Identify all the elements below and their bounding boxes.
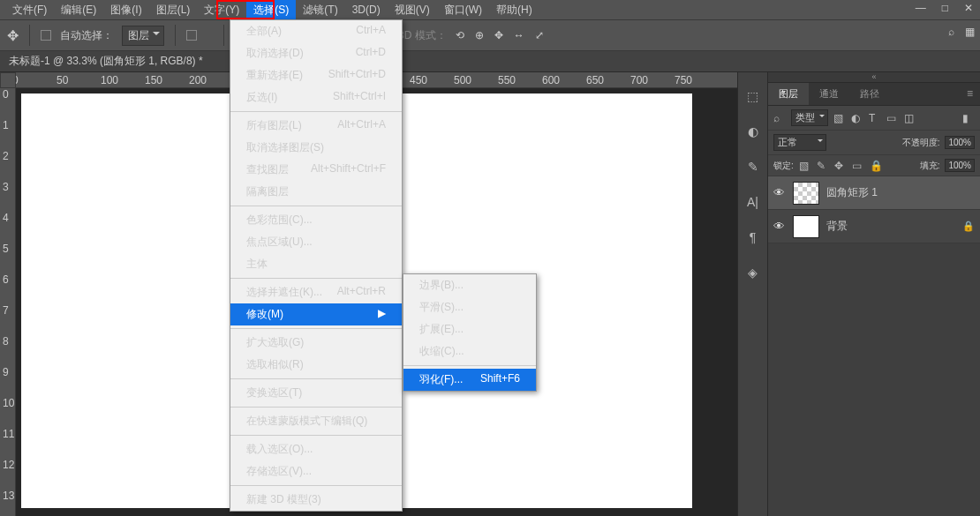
ruler-vertical[interactable]: 012345678910111213 bbox=[0, 88, 16, 516]
lock-brush-icon[interactable]: ✎ bbox=[817, 160, 829, 172]
tab-layers[interactable]: 图层 bbox=[768, 83, 809, 105]
orbit-icon[interactable]: ⟲ bbox=[456, 29, 464, 41]
menu-filter[interactable]: 滤镜(T) bbox=[296, 0, 344, 20]
blend-mode-select[interactable]: 正常 bbox=[773, 134, 826, 151]
menu-edit[interactable]: 编辑(E) bbox=[54, 0, 103, 20]
menu-item[interactable]: 全部(A)Ctrl+A bbox=[230, 20, 402, 42]
cube-icon[interactable]: ◈ bbox=[745, 265, 761, 280]
target-select[interactable]: 图层 bbox=[122, 26, 164, 46]
layer-thumb[interactable] bbox=[793, 215, 819, 238]
fill-value[interactable]: 100% bbox=[945, 159, 975, 172]
layer-thumb[interactable] bbox=[793, 182, 819, 205]
menu-item[interactable]: 焦点区域(U)... bbox=[230, 231, 402, 253]
lock-pixels-icon[interactable]: ▧ bbox=[799, 160, 811, 172]
menu-image[interactable]: 图像(I) bbox=[103, 0, 148, 20]
menu-item[interactable]: 载入选区(O)... bbox=[230, 438, 402, 460]
menu-item[interactable]: 反选(I)Shift+Ctrl+I bbox=[230, 86, 402, 108]
menu-item[interactable]: 主体 bbox=[230, 253, 402, 275]
filter-shape-icon[interactable]: ▭ bbox=[886, 112, 899, 124]
menu-item[interactable]: 取消选择(D)Ctrl+D bbox=[230, 42, 402, 64]
swatches-icon[interactable]: ◐ bbox=[745, 123, 761, 139]
right-dock: ⬚ ◐ ✎ A| ¶ ◈ « 图层 通道 路径 ≡ ⌕ 类型 ▧ ◐ T ▭ ◫ bbox=[737, 72, 980, 516]
maximize-icon[interactable]: □ bbox=[942, 2, 948, 14]
filter-adjust-icon[interactable]: ◐ bbox=[851, 112, 863, 124]
search-icon[interactable]: ⌕ bbox=[948, 26, 954, 38]
menu-item[interactable]: 查找图层Alt+Shift+Ctrl+F bbox=[230, 159, 402, 181]
menu-item[interactable]: 新建 3D 模型(3) bbox=[230, 489, 402, 511]
options-toolbar: ✥ 自动选择： 图层 ⊼ ≡ ⊻ ▏ ≡ ▕ ⋯ 3D 模式： ⟲ ⊕ ✥ ↔ … bbox=[0, 19, 980, 51]
brush-icon[interactable]: ✎ bbox=[745, 159, 761, 175]
dock-icons: ⬚ ◐ ✎ A| ¶ ◈ bbox=[738, 72, 768, 516]
menu-item[interactable]: 修改(M)▶ bbox=[230, 303, 402, 325]
layer-row[interactable]: 👁 背景 🔒 bbox=[768, 210, 980, 243]
select-menu-dropdown: 全部(A)Ctrl+A取消选择(D)Ctrl+D重新选择(E)Shift+Ctr… bbox=[230, 19, 403, 512]
menu-window[interactable]: 窗口(W) bbox=[437, 0, 489, 20]
visibility-icon[interactable]: 👁 bbox=[773, 220, 786, 233]
menu-item[interactable]: 选取相似(R) bbox=[230, 354, 402, 376]
menu-select[interactable]: 选择(S) bbox=[246, 0, 296, 20]
auto-select-checkbox[interactable] bbox=[41, 30, 51, 41]
menu-item[interactable]: 取消选择图层(S) bbox=[230, 137, 402, 159]
filter-type-icon[interactable]: T bbox=[869, 112, 881, 124]
panels: « 图层 通道 路径 ≡ ⌕ 类型 ▧ ◐ T ▭ ◫ ▮ 正常 不透明度: 1… bbox=[768, 72, 980, 516]
menu-layer[interactable]: 图层(L) bbox=[149, 0, 198, 20]
layer-name[interactable]: 圆角矩形 1 bbox=[826, 185, 878, 200]
submenu-item[interactable]: 平滑(S)... bbox=[403, 296, 536, 318]
layer-filter-row: ⌕ 类型 ▧ ◐ T ▭ ◫ ▮ bbox=[768, 106, 980, 131]
submenu-item[interactable]: 扩展(E)... bbox=[403, 318, 536, 340]
filter-toggle-icon[interactable]: ▮ bbox=[962, 112, 975, 124]
fill-label: 填充: bbox=[920, 160, 940, 172]
menu-item[interactable]: 扩大选取(G) bbox=[230, 332, 402, 354]
layers-list: 👁 圆角矩形 1 👁 背景 🔒 bbox=[768, 176, 980, 243]
panel-collapse-top[interactable]: « bbox=[768, 72, 980, 83]
menu-item[interactable]: 重新选择(E)Shift+Ctrl+D bbox=[230, 64, 402, 86]
menu-view[interactable]: 视图(V) bbox=[388, 0, 437, 20]
lock-icon: 🔒 bbox=[962, 221, 975, 232]
menu-item[interactable]: 存储选区(V)... bbox=[230, 460, 402, 482]
submenu-item[interactable]: 收缩(C)... bbox=[403, 340, 536, 363]
pan-icon[interactable]: ✥ bbox=[494, 29, 503, 41]
auto-select-label: 自动选择： bbox=[60, 28, 113, 43]
filter-pixel-icon[interactable]: ▧ bbox=[833, 112, 846, 124]
color-icon[interactable]: ⬚ bbox=[745, 88, 761, 104]
filter-kind-select[interactable]: 类型 bbox=[791, 109, 828, 126]
filter-smart-icon[interactable]: ◫ bbox=[904, 112, 916, 124]
tab-channels[interactable]: 通道 bbox=[809, 83, 849, 105]
ruler-origin[interactable] bbox=[0, 72, 16, 88]
menu-type[interactable]: 文字(Y) bbox=[197, 0, 246, 20]
menu-3d[interactable]: 3D(D) bbox=[345, 1, 388, 19]
tab-paths[interactable]: 路径 bbox=[849, 83, 890, 105]
transform-controls-checkbox[interactable] bbox=[186, 30, 197, 41]
submenu-item[interactable]: 边界(B)... bbox=[403, 274, 536, 296]
document-tab[interactable]: 未标题-1 @ 33.3% (圆角矩形 1, RGB/8) * bbox=[0, 51, 980, 72]
menu-item[interactable]: 色彩范围(C)... bbox=[230, 209, 402, 231]
menu-item[interactable]: 所有图层(L)Alt+Ctrl+A bbox=[230, 115, 402, 137]
search-icon[interactable]: ⌕ bbox=[773, 112, 786, 124]
char-icon[interactable]: A| bbox=[745, 194, 761, 210]
menu-item[interactable]: 在快速蒙版模式下编辑(Q) bbox=[230, 410, 402, 432]
zoom-icon[interactable]: ⤢ bbox=[535, 29, 544, 41]
lock-position-icon[interactable]: ✥ bbox=[834, 160, 847, 172]
slide-icon[interactable]: ↔ bbox=[514, 29, 524, 41]
layer-row[interactable]: 👁 圆角矩形 1 bbox=[768, 176, 980, 210]
submenu-item[interactable]: 羽化(F)...Shift+F6 bbox=[403, 369, 536, 391]
layer-name[interactable]: 背景 bbox=[826, 219, 848, 234]
minimize-icon[interactable]: — bbox=[916, 2, 926, 14]
menu-help[interactable]: 帮助(H) bbox=[489, 0, 539, 20]
close-icon[interactable]: ✕ bbox=[964, 2, 973, 14]
lock-all-icon[interactable]: 🔒 bbox=[870, 160, 882, 172]
move-tool-icon[interactable]: ✥ bbox=[7, 27, 19, 44]
visibility-icon[interactable]: 👁 bbox=[773, 186, 786, 199]
menubar: 文件(F) 编辑(E) 图像(I) 图层(L) 文字(Y) 选择(S) 滤镜(T… bbox=[0, 0, 980, 19]
lock-artboard-icon[interactable]: ▭ bbox=[852, 160, 864, 172]
roll-icon[interactable]: ⊕ bbox=[475, 29, 484, 41]
paragraph-icon[interactable]: ¶ bbox=[745, 229, 761, 245]
workspace-icon[interactable]: ▦ bbox=[965, 26, 975, 38]
lock-row: 锁定: ▧ ✎ ✥ ▭ 🔒 填充: 100% bbox=[768, 155, 980, 176]
menu-item[interactable]: 变换选区(T) bbox=[230, 382, 402, 404]
menu-item[interactable]: 隔离图层 bbox=[230, 181, 402, 203]
panel-menu-icon[interactable]: ≡ bbox=[960, 83, 980, 105]
menu-file[interactable]: 文件(F) bbox=[5, 0, 54, 20]
menu-item[interactable]: 选择并遮住(K)...Alt+Ctrl+R bbox=[230, 281, 402, 303]
opacity-value[interactable]: 100% bbox=[945, 136, 975, 149]
